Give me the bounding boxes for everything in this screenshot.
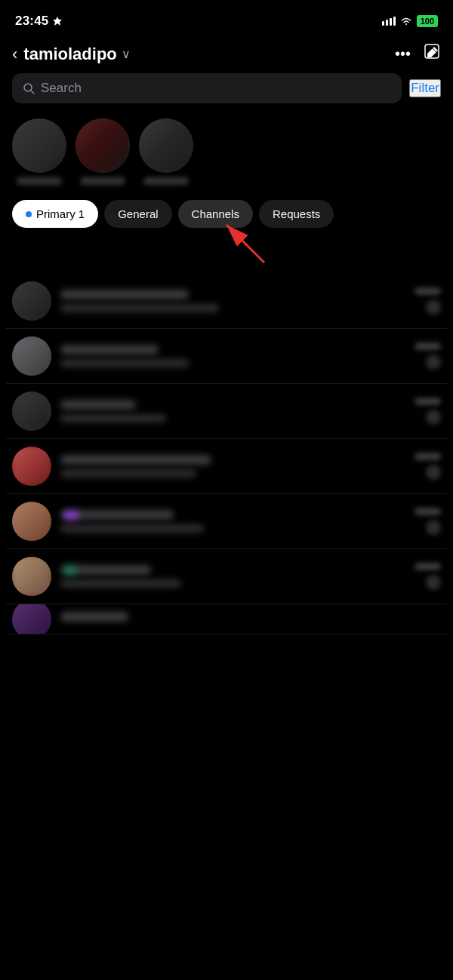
chat-item[interactable]: [6, 274, 447, 329]
tab-general-label: General: [118, 207, 158, 220]
red-arrow-annotation: [204, 217, 294, 266]
chat-name: [60, 345, 159, 355]
header-right: •••: [395, 44, 441, 64]
chat-message: [60, 579, 181, 588]
svg-rect-1: [386, 20, 388, 26]
chat-time: [414, 508, 441, 515]
story-name: [143, 177, 189, 185]
status-time: 23:45: [15, 14, 62, 29]
chat-name: [60, 455, 211, 465]
avatar: [12, 392, 51, 431]
story-avatar: [139, 118, 193, 173]
status-icons: 100: [382, 15, 438, 27]
avatar: [12, 447, 51, 486]
edit-button[interactable]: [424, 44, 441, 64]
compose-icon: [424, 44, 441, 60]
chat-item[interactable]: [6, 604, 447, 634]
chat-message: [60, 359, 189, 367]
chat-name: [60, 400, 136, 410]
chat-content: [60, 290, 405, 312]
app-header: ‹ tamioladipo ∨ •••: [0, 38, 453, 73]
chat-item[interactable]: [6, 439, 447, 494]
chat-content: [60, 565, 405, 588]
chat-content: [60, 612, 441, 626]
chat-item[interactable]: [6, 494, 447, 549]
chat-content: [60, 510, 405, 533]
wifi-icon: [400, 17, 412, 26]
location-icon: [53, 17, 62, 26]
story-avatar: [76, 118, 130, 173]
story-name: [80, 177, 125, 185]
chat-message: [60, 414, 166, 422]
svg-rect-3: [393, 17, 396, 26]
chevron-down-icon[interactable]: ∨: [122, 47, 131, 61]
chat-right: [414, 563, 441, 590]
story-name: [17, 177, 62, 185]
chat-badge: [426, 520, 441, 535]
tab-general[interactable]: General: [104, 200, 171, 228]
svg-line-8: [226, 225, 264, 263]
chat-badge: [426, 410, 441, 425]
chat-right: [414, 453, 441, 480]
chat-time: [414, 287, 441, 295]
chat-content: [60, 400, 405, 422]
chat-badge: [426, 300, 441, 315]
chat-time: [414, 563, 441, 570]
chat-time: [414, 453, 441, 460]
chat-badge: [426, 575, 441, 590]
svg-rect-0: [382, 21, 384, 26]
chat-item[interactable]: [6, 384, 447, 439]
chat-right: [414, 343, 441, 370]
filter-button[interactable]: Filter: [409, 79, 441, 97]
chat-item[interactable]: [6, 549, 447, 604]
chat-time: [414, 343, 441, 350]
svg-line-6: [31, 91, 34, 94]
more-options-button[interactable]: •••: [395, 45, 411, 63]
stories-row: [0, 114, 453, 200]
chat-badge: [426, 355, 441, 370]
annotation-container: [0, 232, 453, 274]
story-item[interactable]: [76, 118, 130, 185]
story-avatar: [12, 118, 66, 173]
chat-name: [60, 290, 189, 300]
search-placeholder: Search: [41, 81, 82, 96]
chat-content: [60, 345, 405, 367]
search-container: Search Filter: [0, 73, 453, 114]
chat-item[interactable]: [6, 329, 447, 384]
avatar: [12, 281, 51, 321]
story-item[interactable]: [139, 118, 193, 185]
chat-message: [60, 304, 219, 312]
time-display: 23:45: [15, 14, 48, 29]
chat-message: [60, 524, 204, 533]
tab-primary-label: Primary 1: [36, 207, 85, 220]
chat-name: [60, 510, 174, 520]
svg-rect-2: [390, 18, 392, 26]
chat-badge: [426, 465, 441, 480]
header-left: ‹ tamioladipo ∨: [12, 45, 131, 64]
chat-time: [414, 398, 441, 405]
tab-primary[interactable]: Primary 1: [12, 200, 98, 228]
username-label[interactable]: tamioladipo: [23, 45, 116, 64]
chat-message: [60, 469, 196, 478]
chat-name: [60, 565, 151, 575]
avatar: [12, 557, 51, 596]
chat-name: [60, 612, 128, 622]
chat-content: [60, 455, 405, 478]
chat-list: [0, 274, 453, 634]
avatar: [12, 604, 51, 634]
signal-icon: [382, 17, 396, 26]
story-item[interactable]: [12, 118, 66, 185]
chat-right: [414, 287, 441, 315]
search-bar[interactable]: Search: [12, 73, 402, 103]
back-button[interactable]: ‹: [12, 45, 17, 64]
tab-dot-primary: [26, 211, 32, 217]
avatar: [12, 336, 51, 376]
avatar: [12, 502, 51, 541]
battery-icon: 100: [417, 15, 438, 27]
battery-level: 100: [421, 17, 434, 26]
status-bar: 23:45 100: [0, 0, 453, 38]
chat-right: [414, 398, 441, 425]
chat-right: [414, 508, 441, 535]
search-icon: [23, 82, 35, 94]
